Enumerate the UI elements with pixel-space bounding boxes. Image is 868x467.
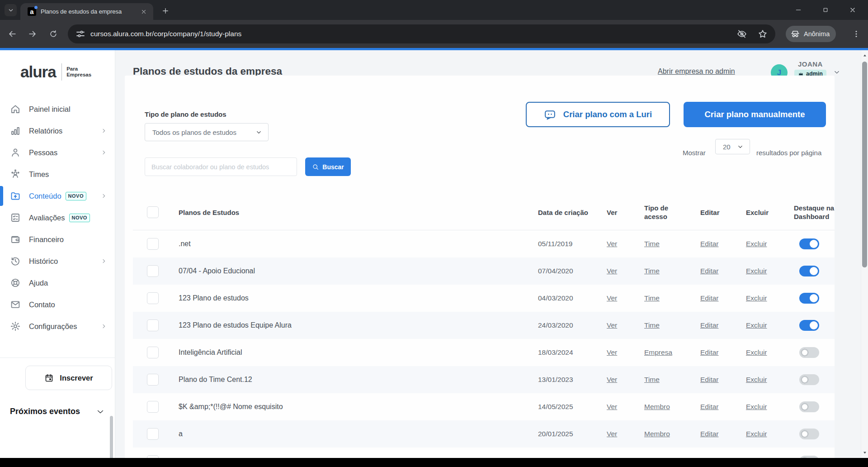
sidebar-item-pessoas[interactable]: Pessoas [0,142,115,163]
sidebar-item-conteudo[interactable]: Conteúdo NOVO [0,185,115,207]
dashboard-highlight-toggle[interactable] [799,320,819,331]
toggle-knob [810,321,818,329]
sidebar-item-painel-inicial[interactable]: Painel inicial [0,98,115,120]
view-link[interactable]: Ver [607,267,617,275]
sidebar-item-contato[interactable]: Contato [0,294,115,315]
dashboard-highlight-toggle[interactable] [799,347,819,358]
sidebar-item-avaliacoes[interactable]: Avaliações NOVO [0,207,115,229]
row-checkbox[interactable] [147,319,159,331]
dashboard-highlight-toggle[interactable] [799,429,819,439]
edit-link[interactable]: Editar [700,294,719,302]
sidebar-scrollbar-thumb[interactable] [110,416,113,458]
table-row: Plano do Time Cent.12 13/01/2023 Ver Tim… [133,366,835,393]
back-button[interactable] [4,26,20,42]
chevron-down-icon [833,68,841,76]
row-checkbox[interactable] [147,265,159,277]
edit-link[interactable]: Editar [700,430,719,438]
view-link[interactable]: Ver [607,321,617,329]
page-scrollbar[interactable] [861,50,868,458]
scroll-up-icon[interactable] [862,53,868,58]
caret-down-icon [736,143,744,151]
delete-link[interactable]: Excluir [746,240,767,248]
row-checkbox[interactable] [147,238,159,250]
row-checkbox[interactable] [147,374,159,386]
access-type-link[interactable]: Membro [644,403,670,410]
sidebar-item-times[interactable]: Times [0,163,115,185]
url-text[interactable]: cursos.alura.com.br/corp/company/1/study… [90,30,726,38]
row-checkbox[interactable] [147,292,159,304]
forward-button[interactable] [24,26,41,42]
dashboard-highlight-toggle[interactable] [799,238,819,249]
access-type-link[interactable]: Time [644,267,660,275]
upcoming-events-toggle[interactable]: Próximos eventos [10,407,105,416]
page-scrollbar-thumb[interactable] [862,62,867,267]
open-company-admin-link[interactable]: Abrir empresa no admin [658,67,735,76]
delete-link[interactable]: Excluir [746,294,767,302]
plan-created-date: 04/03/2020 [538,294,607,302]
select-all-checkbox[interactable] [147,206,159,218]
access-type-link[interactable]: Time [644,240,660,248]
create-plan-manually-button[interactable]: Criar plano manualmente [684,102,826,127]
browser-menu-button[interactable] [848,26,864,42]
edit-link[interactable]: Editar [700,376,719,383]
view-link[interactable]: Ver [607,294,617,302]
site-info-icon[interactable] [75,29,86,39]
bookmark-star-icon[interactable] [757,29,768,39]
sidebar-item-relatorios[interactable]: Relatórios [0,120,115,142]
browser-tab[interactable]: a Planos de estudos da empresa [20,3,153,20]
edit-link[interactable]: Editar [700,240,719,248]
view-link[interactable]: Ver [607,376,617,383]
delete-link[interactable]: Excluir [746,348,767,356]
access-type-link[interactable]: Time [644,321,660,329]
edit-link[interactable]: Editar [700,321,719,329]
column-header-ver: Ver [607,208,644,217]
delete-link[interactable]: Excluir [746,376,767,383]
row-checkbox[interactable] [147,428,159,440]
delete-link[interactable]: Excluir [746,430,767,438]
access-type-link[interactable]: Time [644,294,660,302]
address-bar[interactable]: cursos.alura.com.br/corp/company/1/study… [68,24,775,43]
view-link[interactable]: Ver [607,240,617,248]
search-input[interactable] [145,157,297,176]
subscribe-button[interactable]: Inscrever [25,366,112,390]
new-tab-button[interactable] [159,5,172,17]
view-link[interactable]: Ver [607,348,617,356]
tab-search-button[interactable] [5,4,17,16]
edit-link[interactable]: Editar [700,267,719,275]
access-type-link[interactable]: Time [644,376,660,383]
edit-link[interactable]: Editar [700,403,719,410]
delete-link[interactable]: Excluir [746,267,767,275]
alura-logo[interactable]: alura Para Empresas [20,63,91,81]
tab-close-button[interactable] [139,7,149,17]
scroll-down-icon[interactable] [862,450,868,455]
row-checkbox[interactable] [147,347,159,358]
dashboard-highlight-toggle[interactable] [799,266,819,276]
view-link[interactable]: Ver [607,403,617,410]
reload-button[interactable] [45,26,61,42]
toggle-knob [801,430,809,438]
access-type-link[interactable]: Empresa [644,348,672,356]
results-per-page-select[interactable]: 20 [715,139,750,154]
sidebar-item-historico[interactable]: Histórico [0,250,115,272]
create-plan-with-luri-button[interactable]: Criar plano com a Luri [526,102,670,127]
edit-link[interactable]: Editar [700,348,719,356]
delete-link[interactable]: Excluir [746,403,767,410]
view-link[interactable]: Ver [607,430,617,438]
sidebar-item-configuracoes[interactable]: Configurações [0,315,115,337]
restore-button[interactable] [816,2,835,18]
dashboard-highlight-toggle[interactable] [799,293,819,304]
plan-created-date: 07/04/2020 [538,267,607,275]
close-window-button[interactable] [844,2,862,18]
dashboard-highlight-toggle[interactable] [799,401,819,412]
plan-type-select[interactable]: Todos os planos de estudos [145,123,269,141]
sidebar-item-ajuda[interactable]: Ajuda [0,272,115,294]
minimize-button[interactable] [789,2,807,18]
delete-link[interactable]: Excluir [746,321,767,329]
row-checkbox[interactable] [147,401,159,413]
search-button[interactable]: Buscar [305,157,351,176]
sidebar-item-financeiro[interactable]: Financeiro [0,229,115,250]
access-type-link[interactable]: Membro [644,430,670,438]
dashboard-highlight-toggle[interactable] [799,374,819,385]
eye-off-icon[interactable] [736,29,747,39]
close-icon [141,9,147,15]
